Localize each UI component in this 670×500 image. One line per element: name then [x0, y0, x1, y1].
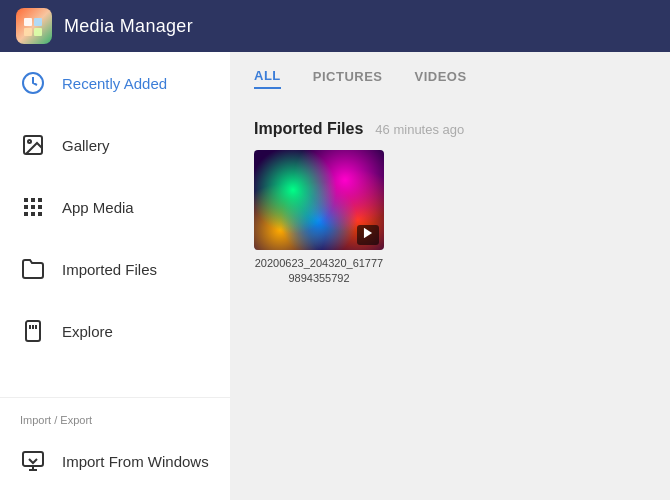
sidebar-bottom: Import / Export Import From Windows — [0, 397, 230, 500]
file-name: 20200623_204320_617779894355792 — [254, 256, 384, 287]
sidebar-item-gallery[interactable]: Gallery — [0, 114, 230, 176]
section-header: Imported Files 46 minutes ago — [254, 120, 646, 138]
app-title: Media Manager — [64, 16, 193, 37]
svg-rect-2 — [24, 28, 32, 36]
svg-rect-10 — [24, 205, 28, 209]
sidebar-item-app-media[interactable]: App Media — [0, 176, 230, 238]
logo-icon — [22, 14, 46, 38]
svg-rect-16 — [26, 321, 40, 341]
svg-point-6 — [28, 140, 31, 143]
thumbnail-grid: 20200623_204320_617779894355792 — [254, 150, 646, 287]
svg-rect-12 — [38, 205, 42, 209]
svg-rect-3 — [34, 28, 42, 36]
image-icon — [20, 132, 46, 158]
video-badge — [357, 225, 379, 245]
sidebar-section-label: Import / Export — [0, 406, 230, 430]
svg-rect-11 — [31, 205, 35, 209]
main-layout: Recently Added Gallery — [0, 52, 670, 500]
sidebar-item-imported-files-label: Imported Files — [62, 261, 157, 278]
list-item[interactable]: 20200623_204320_617779894355792 — [254, 150, 384, 287]
thumbnail-image — [254, 150, 384, 250]
svg-rect-7 — [24, 198, 28, 202]
sidebar-item-explore[interactable]: Explore — [0, 300, 230, 362]
main-content: ALL PICTURES VIDEOS Imported Files 46 mi… — [230, 52, 670, 500]
tab-pictures[interactable]: PICTURES — [313, 69, 383, 88]
svg-rect-13 — [24, 212, 28, 216]
sd-card-icon — [20, 318, 46, 344]
svg-rect-0 — [24, 18, 32, 26]
sidebar-item-import-label: Import From Windows — [62, 453, 209, 470]
tab-videos[interactable]: VIDEOS — [415, 69, 467, 88]
sidebar-item-import-from-windows[interactable]: Import From Windows — [0, 430, 230, 492]
app-logo — [16, 8, 52, 44]
tabs-bar: ALL PICTURES VIDEOS — [230, 52, 670, 104]
svg-rect-15 — [38, 212, 42, 216]
sidebar-item-explore-label: Explore — [62, 323, 113, 340]
sidebar-item-imported-files[interactable]: Imported Files — [0, 238, 230, 300]
grid-icon — [20, 194, 46, 220]
import-icon — [20, 448, 46, 474]
svg-marker-21 — [364, 228, 372, 239]
sidebar-item-gallery-label: Gallery — [62, 137, 110, 154]
svg-rect-8 — [31, 198, 35, 202]
video-icon — [361, 226, 375, 240]
sidebar-item-recently-added[interactable]: Recently Added — [0, 52, 230, 114]
app-header: Media Manager — [0, 0, 670, 52]
sidebar-item-app-media-label: App Media — [62, 199, 134, 216]
sidebar-item-recently-added-label: Recently Added — [62, 75, 167, 92]
section-title: Imported Files — [254, 120, 363, 138]
clock-icon — [20, 70, 46, 96]
folder-icon — [20, 256, 46, 282]
sidebar: Recently Added Gallery — [0, 52, 230, 500]
svg-rect-14 — [31, 212, 35, 216]
svg-rect-9 — [38, 198, 42, 202]
section-time: 46 minutes ago — [375, 122, 464, 137]
svg-rect-1 — [34, 18, 42, 26]
tab-all[interactable]: ALL — [254, 68, 281, 89]
content-area: Imported Files 46 minutes ago 20200623_2… — [230, 104, 670, 500]
